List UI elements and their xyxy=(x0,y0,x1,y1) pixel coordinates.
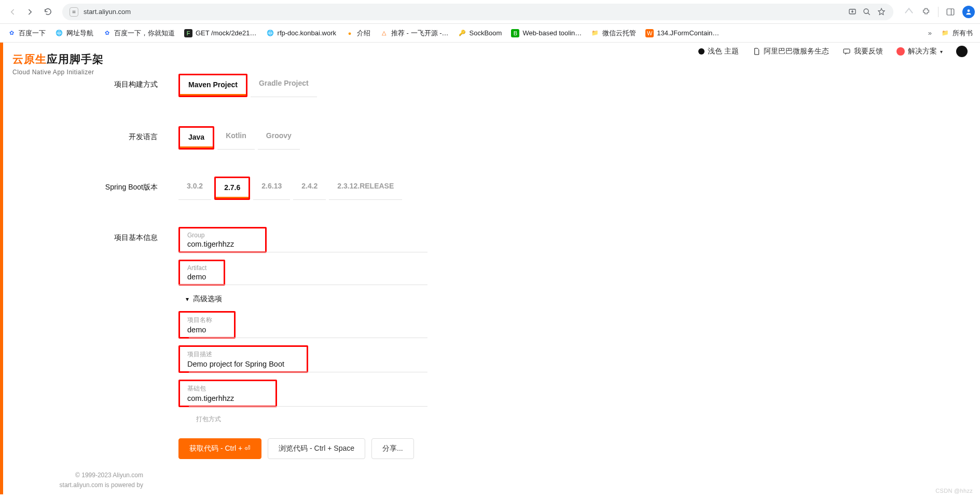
bookmark-item[interactable]: BWeb-based toolin… xyxy=(511,29,582,37)
chevron-down-icon: ▾ xyxy=(940,49,943,55)
highlight-maven: Maven Project xyxy=(178,74,247,97)
box-icon: W xyxy=(645,29,654,37)
label-spring: Spring Boot版本 xyxy=(95,177,158,192)
zoom-icon[interactable] xyxy=(862,7,872,17)
side-panel-icon[interactable] xyxy=(946,7,955,17)
sidebar: 云原生应用脚手架 Cloud Native App Initializer © … xyxy=(0,43,156,494)
bookmark-item[interactable]: 🌐网址导航 xyxy=(55,29,93,38)
tab-sb-242[interactable]: 2.4.2 xyxy=(293,177,326,200)
highlight-project-name: 项目名称 demo xyxy=(178,311,236,339)
chevron-down-icon: ▾ xyxy=(186,295,189,303)
b-icon: B xyxy=(511,29,519,37)
input-underline xyxy=(189,338,427,338)
get-code-button[interactable]: 获取代码 - Ctrl + ⏎ xyxy=(178,438,261,459)
profile-avatar[interactable] xyxy=(962,6,975,18)
bookmark-item[interactable]: 📁微信云托管 xyxy=(591,29,636,38)
badge-icon xyxy=(896,47,905,56)
svg-point-3 xyxy=(968,9,970,12)
tab-java[interactable]: Java xyxy=(180,128,213,148)
paw-icon: ✿ xyxy=(103,29,111,37)
bookmark-item[interactable]: △推荐 - 一飞开源 -… xyxy=(380,29,449,38)
site-settings-icon[interactable]: = xyxy=(70,7,78,17)
bookmark-item[interactable]: FGET /mock/2de21… xyxy=(184,29,257,37)
vpn-icon[interactable] xyxy=(904,7,914,17)
bookmark-item[interactable]: W134.JFormContain… xyxy=(645,29,719,37)
paw-icon: ✿ xyxy=(7,29,16,37)
bookmark-item[interactable]: 🌐rfp-doc.konbai.work xyxy=(266,29,336,37)
reload-button[interactable] xyxy=(40,5,55,19)
toolbar-right xyxy=(901,6,975,18)
watermark: CSDN @hhzz xyxy=(935,488,973,494)
svg-rect-4 xyxy=(844,49,850,53)
leaf-icon: ● xyxy=(346,29,354,37)
back-button[interactable] xyxy=(5,5,20,19)
toolbar-divider xyxy=(938,7,938,17)
bookmarks-overflow-icon[interactable]: » xyxy=(928,29,932,37)
input-project-desc[interactable]: 项目描述 Demo project for Spring Boot xyxy=(180,347,307,371)
folder-icon: 📁 xyxy=(591,29,599,37)
highlight-project-desc: 项目描述 Demo project for Spring Boot xyxy=(178,345,308,373)
tab-sb-276[interactable]: 2.7.6 xyxy=(216,178,249,198)
all-bookmarks[interactable]: 📁所有书 xyxy=(941,29,973,38)
label-language: 开发语言 xyxy=(95,126,158,142)
highlight-276: 2.7.6 xyxy=(214,177,250,200)
tab-maven[interactable]: Maven Project xyxy=(180,75,246,96)
extensions-icon[interactable] xyxy=(921,7,931,17)
input-packaging[interactable]: 打包方式 xyxy=(189,412,427,425)
box-icon: F xyxy=(184,29,192,37)
tab-sb-2312[interactable]: 2.3.12.RELEASE xyxy=(329,177,402,200)
main: 浅色 主题 阿里巴巴微服务生态 我要反馈 解决方案▾ 项目构建方式 Maven … xyxy=(156,43,980,494)
share-button[interactable]: 分享... xyxy=(371,438,414,459)
tab-sb-302[interactable]: 3.0.2 xyxy=(178,177,211,200)
github-icon[interactable] xyxy=(956,46,968,57)
input-artifact[interactable]: Artifact demo xyxy=(180,261,224,284)
input-base-pkg[interactable]: 基础包 com.tigerhhzz xyxy=(180,381,275,406)
tab-gradle[interactable]: Gradle Project xyxy=(251,74,317,97)
tab-sb-2613[interactable]: 2.6.13 xyxy=(253,177,290,200)
browser-toolbar: = start.aliyun.com xyxy=(0,0,980,24)
nav-solution[interactable]: 解决方案▾ xyxy=(896,47,943,56)
install-app-icon[interactable] xyxy=(848,7,857,17)
form: 项目构建方式 Maven Project Gradle Project 开发语言… xyxy=(168,43,614,461)
highlight-artifact: Artifact demo xyxy=(178,260,225,286)
page: 云原生应用脚手架 Cloud Native App Initializer © … xyxy=(0,43,980,494)
input-underline xyxy=(189,372,427,372)
bookmark-item[interactable]: ●介绍 xyxy=(346,29,370,38)
globe-icon: 🌐 xyxy=(55,29,63,37)
tab-kotlin[interactable]: Kotlin xyxy=(217,126,255,150)
input-group[interactable]: Group com.tigerhhzz xyxy=(180,228,265,251)
nav-feedback[interactable]: 我要反馈 xyxy=(843,47,883,56)
omnibox-actions xyxy=(848,7,888,17)
svg-point-1 xyxy=(864,9,868,14)
button-bar: 获取代码 - Ctrl + ⏎ 浏览代码 - Ctrl + Space 分享..… xyxy=(178,438,414,459)
bookmark-item[interactable]: 🔑SockBoom xyxy=(458,29,502,37)
label-build: 项目构建方式 xyxy=(95,74,158,89)
theme-toggle[interactable]: 浅色 主题 xyxy=(698,47,739,56)
url-text: start.aliyun.com xyxy=(84,8,131,16)
browse-code-button[interactable]: 浏览代码 - Ctrl + Space xyxy=(268,438,365,459)
tab-groovy[interactable]: Groovy xyxy=(258,126,300,150)
triangle-icon: △ xyxy=(380,29,388,37)
key-icon: 🔑 xyxy=(458,29,466,37)
input-project-name[interactable]: 项目名称 demo xyxy=(180,313,234,337)
bookmark-star-icon[interactable] xyxy=(877,7,886,17)
highlight-group: Group com.tigerhhzz xyxy=(178,227,267,253)
bookmark-item[interactable]: ✿百度一下 xyxy=(7,29,46,38)
footer-note: © 1999-2023 Aliyun.com start.aliyun.com … xyxy=(12,470,143,490)
highlight-base-pkg: 基础包 com.tigerhhzz xyxy=(178,380,277,407)
globe-icon: 🌐 xyxy=(266,29,274,37)
brand-title: 云原生应用脚手架 xyxy=(12,52,143,66)
nav-eco[interactable]: 阿里巴巴微服务生态 xyxy=(752,47,829,56)
bookmarks-bar: ✿百度一下 🌐网址导航 ✿百度一下，你就知道 FGET /mock/2de21…… xyxy=(0,24,980,43)
svg-rect-2 xyxy=(947,9,954,15)
folder-icon: 📁 xyxy=(941,29,949,37)
top-nav: 浅色 主题 阿里巴巴微服务生态 我要反馈 解决方案▾ xyxy=(698,46,968,57)
bookmark-item[interactable]: ✿百度一下，你就知道 xyxy=(103,29,175,38)
forward-button[interactable] xyxy=(23,5,37,19)
address-bar[interactable]: = start.aliyun.com xyxy=(62,4,893,20)
theme-dot-icon xyxy=(698,48,705,55)
copyright-text: © 1999-2023 Aliyun.com xyxy=(12,470,143,480)
advanced-toggle[interactable]: ▾ 高级选项 xyxy=(178,287,229,311)
label-info: 项目基本信息 xyxy=(95,227,158,243)
chat-icon xyxy=(843,47,851,56)
